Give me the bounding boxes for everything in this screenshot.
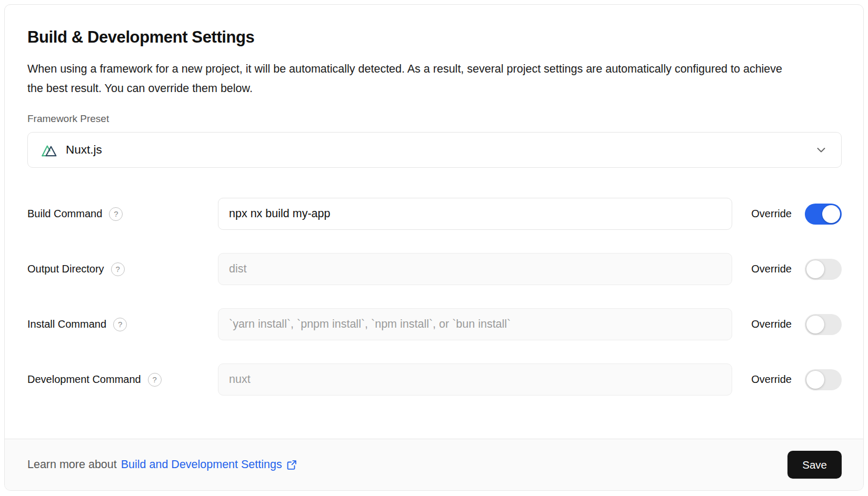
toggle-knob: [822, 205, 840, 223]
development-command-label-text: Development Command: [27, 373, 141, 386]
override-label: Override: [751, 373, 792, 386]
question-mark-icon[interactable]: ?: [148, 373, 162, 387]
footer-text-prefix: Learn more about: [27, 458, 117, 471]
output-directory-label: Output Directory ?: [27, 262, 218, 276]
question-mark-icon[interactable]: ?: [109, 207, 123, 221]
question-mark-icon[interactable]: ?: [111, 262, 125, 276]
development-command-input: [218, 363, 732, 396]
output-directory-input: [218, 253, 732, 285]
card-footer: Learn more about Build and Development S…: [5, 439, 863, 490]
development-command-override: Override: [751, 369, 842, 390]
override-label: Override: [751, 318, 792, 330]
card-description: When using a framework for a new project…: [27, 59, 791, 98]
install-command-label: Install Command ?: [27, 318, 218, 331]
chevron-down-icon: [815, 144, 827, 156]
build-dev-settings-card: Build & Development Settings When using …: [4, 4, 864, 491]
development-command-override-toggle[interactable]: [805, 369, 842, 390]
build-command-input[interactable]: [218, 198, 732, 230]
build-command-label: Build Command ?: [27, 207, 218, 221]
build-command-override-toggle[interactable]: [805, 204, 842, 225]
settings-rows: Build Command ? Override Output Director…: [27, 198, 842, 396]
framework-preset-label: Framework Preset: [27, 113, 842, 125]
save-button[interactable]: Save: [787, 451, 842, 479]
build-command-override: Override: [751, 204, 842, 225]
output-directory-override-toggle[interactable]: [805, 259, 842, 280]
development-command-label: Development Command ?: [27, 373, 218, 387]
nuxt-logo-icon: [42, 143, 58, 157]
page-title: Build & Development Settings: [27, 28, 842, 47]
setting-row-output-directory: Output Directory ? Override: [27, 253, 842, 285]
setting-row-build-command: Build Command ? Override: [27, 198, 842, 230]
card-body: Build & Development Settings When using …: [5, 5, 863, 439]
setting-row-development-command: Development Command ? Override: [27, 363, 842, 396]
external-link-icon: [286, 459, 297, 471]
footer-text: Learn more about Build and Development S…: [27, 458, 297, 471]
build-settings-docs-link[interactable]: Build and Development Settings: [121, 458, 297, 471]
question-mark-icon[interactable]: ?: [113, 318, 127, 331]
toggle-knob: [806, 260, 824, 278]
build-command-label-text: Build Command: [27, 208, 102, 220]
framework-preset-select[interactable]: Nuxt.js: [27, 132, 842, 168]
override-label: Override: [751, 208, 792, 220]
install-command-label-text: Install Command: [27, 318, 106, 330]
install-command-override-toggle[interactable]: [805, 314, 842, 335]
framework-preset-value: Nuxt.js: [66, 143, 102, 157]
install-command-override: Override: [751, 314, 842, 335]
output-directory-label-text: Output Directory: [27, 263, 104, 275]
install-command-input: [218, 308, 732, 340]
override-label: Override: [751, 263, 792, 275]
toggle-knob: [806, 371, 824, 389]
footer-link-label: Build and Development Settings: [121, 458, 282, 471]
output-directory-override: Override: [751, 259, 842, 280]
setting-row-install-command: Install Command ? Override: [27, 308, 842, 340]
toggle-knob: [806, 316, 824, 333]
